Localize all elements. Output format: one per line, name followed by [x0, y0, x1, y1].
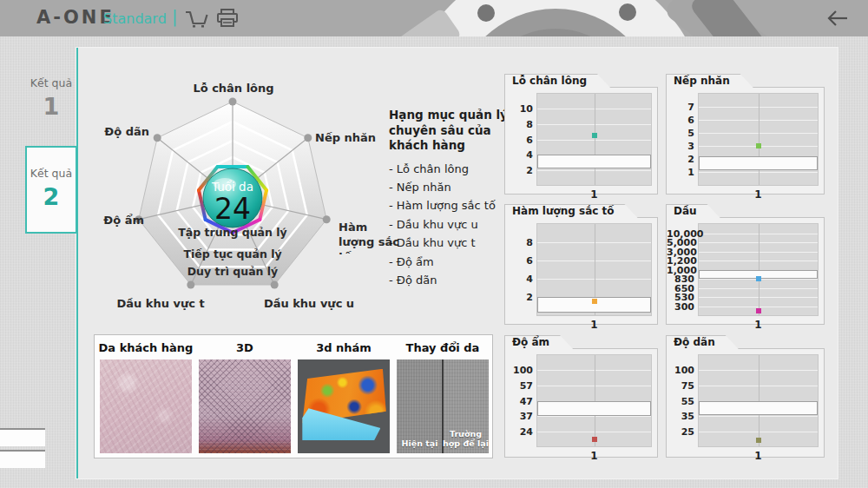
y-tick-label: 47 — [505, 396, 533, 407]
list-item: - Dầu khu vực u — [389, 215, 521, 234]
y-tick-label: 75 — [667, 380, 694, 392]
y-tick-label: 8 — [505, 237, 533, 248]
tab-number: 1 — [26, 93, 76, 120]
chart-elasticity: Độ dãn 10075553525 1 — [666, 335, 825, 458]
data-point — [756, 143, 761, 148]
back-arrow-icon[interactable] — [826, 9, 849, 28]
device-photo — [382, 0, 868, 36]
y-tick-label: 57 — [505, 380, 533, 392]
ring-label-continue: Tiếp tục quản lý — [183, 247, 281, 260]
skin-images-strip: Da khách hàng 3D 3d nhám Thay đổi da Hiệ… — [94, 334, 493, 458]
header-separator: | — [172, 7, 177, 26]
chart-title: Độ ẩm — [504, 335, 574, 350]
skin-3d-mesh-image — [199, 359, 291, 453]
y-tick-label: 6 — [505, 135, 533, 146]
normal-range-band — [537, 401, 651, 417]
image-cell-skin-change: Thay đổi da Hiện tại Trường hợp để lại — [395, 338, 490, 456]
normal-range-band — [699, 156, 818, 169]
ring-label-maintain: Duy trì quản lý — [187, 265, 279, 278]
list-item: - Độ ẩm — [389, 253, 521, 271]
chart-plot: 10057473724 — [536, 354, 652, 447]
chart-wrinkles: Nếp nhăn 765321 1 — [666, 74, 825, 195]
y-tick-label: 4 — [505, 274, 533, 285]
y-tick-label: 2 — [667, 154, 694, 165]
list-item: - Hàm lượng sắc tố — [389, 196, 521, 214]
axis-oil-u: Dầu khu vực u — [264, 297, 354, 310]
tab-result-2[interactable]: Kết quả 2 — [25, 146, 77, 234]
tab-result-1[interactable]: Kết quả 1 — [26, 54, 76, 139]
y-tick-label: 6 — [505, 255, 533, 267]
image-label: Thay đổi da — [395, 338, 490, 359]
image-cell-3d-rough: 3d nhám — [296, 338, 391, 456]
y-tick-label: 7 — [667, 102, 694, 113]
chart-title: Hàm lượng sắc tố — [504, 204, 639, 219]
chart-pores: Lỗ chân lông 108642 1 — [504, 74, 658, 195]
image-label: 3d nhám — [296, 338, 391, 359]
data-point — [756, 308, 761, 313]
tab-label: Kết quả — [27, 167, 76, 180]
y-tick-label: 1 — [667, 167, 694, 178]
image-label: 3D — [197, 338, 293, 359]
list-item: - Lỗ chân lông — [389, 160, 521, 178]
chart-moisture: Độ ẩm 10057473724 1 — [504, 335, 658, 458]
list-item: - Độ dãn — [389, 271, 521, 289]
x-axis-label: 1 — [698, 450, 819, 462]
brand-edition: Standard — [103, 10, 167, 27]
x-axis-label: 1 — [536, 450, 652, 462]
axis-oil-t: Dầu khu vực t — [116, 297, 204, 310]
category-line — [759, 94, 760, 185]
management-title: Hạng mục quản lý chuyên sâu của khách hà… — [389, 108, 521, 154]
app-header: A-ONE Standard | — [0, 0, 868, 36]
chart-pigment: Hàm lượng sắc tố 8642 1 — [504, 204, 658, 325]
y-tick-label: 55 — [667, 396, 694, 407]
skin-age-radar-chart: Tuổi da 24 Tập trung quản lý Tiếp tục qu… — [87, 74, 399, 326]
corner-button-2[interactable] — [0, 450, 45, 468]
chart-plot: 108642 — [536, 93, 652, 186]
y-tick-label: 8 — [505, 119, 533, 130]
tab-number: 2 — [27, 183, 76, 210]
management-list: Hạng mục quản lý chuyên sâu của khách hà… — [389, 108, 521, 289]
x-axis-label: 1 — [698, 188, 819, 201]
chart-oil: Dầu 10,0005,0003,0001,2001,0008306505303… — [666, 204, 825, 325]
chart-title: Nếp nhăn — [666, 74, 754, 89]
x-axis-label: 1 — [536, 319, 652, 331]
y-tick-label: 35 — [667, 411, 694, 422]
normal-range-band — [537, 155, 651, 168]
y-tick-label: 24 — [505, 426, 533, 438]
skin-roughness-heatmap-image — [298, 359, 390, 453]
skin-change-compare-image: Hiện tại Trường hợp để lại — [397, 359, 489, 453]
y-tick-label: 5 — [667, 128, 694, 139]
printer-icon[interactable] — [215, 8, 240, 29]
y-tick-label: 4 — [505, 149, 533, 161]
compare-label-current: Hiện tại — [397, 439, 443, 448]
data-point — [592, 299, 597, 304]
ring-label-focus: Tập trung quản lý — [178, 226, 286, 239]
chart-title: Dầu — [666, 204, 721, 219]
list-item: - Dầu khu vực t — [389, 234, 521, 252]
y-tick-label: 300 — [667, 301, 694, 313]
category-line — [595, 94, 595, 185]
y-tick-label: 2 — [505, 165, 533, 176]
y-tick-label: 2 — [505, 292, 533, 303]
y-tick-label: 25 — [667, 426, 694, 438]
data-point — [592, 437, 597, 442]
x-axis-label: 1 — [698, 319, 819, 331]
chart-plot: 10075553525 — [698, 354, 819, 447]
management-items: - Lỗ chân lông- Nếp nhăn- Hàm lượng sắc … — [389, 160, 521, 290]
data-point — [756, 276, 761, 281]
normal-range-band — [699, 401, 818, 415]
corner-button-1[interactable] — [0, 428, 45, 446]
chart-plot: 765321 — [698, 93, 819, 186]
axis-moisture: Độ ẩm — [103, 214, 144, 227]
cart-icon[interactable] — [184, 8, 208, 29]
image-cell-customer-skin: Da khách hàng — [98, 338, 194, 456]
x-axis-label: 1 — [536, 188, 652, 201]
chart-title: Độ dãn — [666, 335, 740, 350]
y-tick-label: 3 — [667, 141, 694, 152]
y-tick-label: 37 — [505, 411, 533, 422]
customer-skin-image — [100, 359, 192, 453]
skin-age-value: 24 — [214, 192, 251, 226]
chart-title: Lỗ chân lông — [504, 74, 611, 89]
axis-pores: Lỗ chân lông — [193, 82, 273, 95]
y-tick-label: 100 — [505, 365, 533, 376]
